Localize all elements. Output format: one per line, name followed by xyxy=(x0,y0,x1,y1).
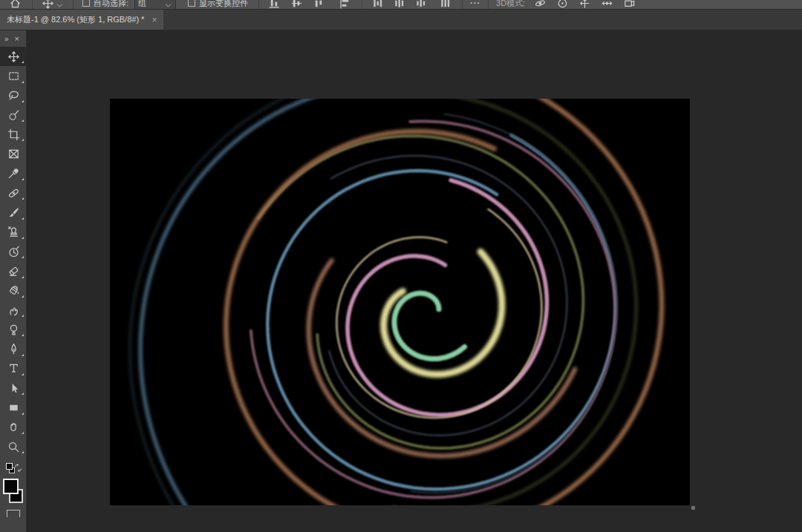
move-icon xyxy=(7,50,20,63)
main-area: » × xyxy=(0,30,802,532)
distribute-horizontal-icon[interactable] xyxy=(439,0,451,10)
tool-paint-bucket[interactable] xyxy=(0,281,27,301)
type-icon xyxy=(7,362,20,375)
auto-select-checkbox[interactable] xyxy=(82,0,90,7)
dodge-icon xyxy=(7,324,20,336)
move-tool-icon[interactable] xyxy=(42,0,54,10)
tool-rectangular-marquee[interactable] xyxy=(0,66,27,85)
spiral-artwork xyxy=(110,99,690,505)
show-transform-checkbox[interactable] xyxy=(188,0,195,7)
toolbar-color-controls xyxy=(0,462,26,517)
clone-stamp-icon xyxy=(7,226,20,238)
collapse-panel-icon[interactable]: » xyxy=(4,35,8,43)
divider xyxy=(488,0,489,10)
foreground-color-swatch[interactable] xyxy=(3,479,19,494)
rectangular-marquee-icon xyxy=(7,70,20,82)
history-brush-icon xyxy=(7,246,20,258)
show-transform-label: 显示变换控件 xyxy=(199,0,248,9)
tool-type[interactable] xyxy=(0,359,27,378)
close-panel-icon[interactable]: × xyxy=(15,34,19,43)
home-icon[interactable] xyxy=(9,0,22,10)
quick-mask-button[interactable] xyxy=(7,510,20,517)
3d-scale-icon[interactable] xyxy=(623,0,636,10)
mode-3d-label: 3D模式: xyxy=(496,0,525,9)
color-swatches xyxy=(2,479,25,505)
tab-close-icon[interactable]: × xyxy=(151,16,157,24)
chevron-down-icon[interactable] xyxy=(56,0,64,7)
default-colors-control[interactable] xyxy=(5,462,22,476)
document-tab[interactable]: 未标题-1 @ 82.6% (矩形 1, RGB/8#) * × xyxy=(0,10,163,30)
tool-zoom[interactable] xyxy=(0,437,27,456)
align-top-icon[interactable] xyxy=(313,0,325,10)
chevron-down-icon xyxy=(164,0,172,7)
3d-pan-icon[interactable] xyxy=(578,0,591,10)
eyedropper-icon xyxy=(7,167,20,180)
document-canvas[interactable] xyxy=(110,99,690,505)
tool-smudge[interactable] xyxy=(0,301,27,320)
tools-list xyxy=(0,47,26,456)
tool-rectangle-shape[interactable] xyxy=(0,398,27,417)
canvas-resize-handle[interactable] xyxy=(691,506,695,510)
divider xyxy=(73,0,74,10)
options-bar: 自动选择: 组 显示变换控件 ··· 3D模式: xyxy=(0,0,802,10)
3d-orbit-icon[interactable] xyxy=(534,0,547,10)
tool-hand[interactable] xyxy=(0,418,27,437)
distribute-right-icon[interactable] xyxy=(414,0,427,10)
auto-select-label: 自动选择: xyxy=(94,0,128,9)
swap-colors-icon[interactable] xyxy=(13,462,23,472)
tool-brush[interactable] xyxy=(0,203,27,222)
divider xyxy=(362,0,362,10)
tool-frame[interactable] xyxy=(0,144,27,163)
tool-move[interactable] xyxy=(0,47,27,66)
distribute-center-icon[interactable] xyxy=(393,0,405,10)
frame-icon xyxy=(7,148,20,160)
3d-slide-icon[interactable] xyxy=(601,0,613,10)
rectangle-shape-icon xyxy=(7,401,20,414)
divider xyxy=(462,0,463,10)
document-tab-bar: 未标题-1 @ 82.6% (矩形 1, RGB/8#) * × xyxy=(0,10,802,30)
lasso-icon xyxy=(7,89,20,102)
tool-crop[interactable] xyxy=(0,125,27,144)
auto-select-value: 组 xyxy=(138,0,146,9)
tool-lasso[interactable] xyxy=(0,86,27,105)
paint-bucket-icon xyxy=(7,284,20,297)
path-selection-icon xyxy=(7,382,20,395)
align-middle-icon[interactable] xyxy=(290,0,303,10)
workspace xyxy=(27,30,802,532)
tool-eraser[interactable] xyxy=(0,261,27,280)
3d-roll-icon[interactable] xyxy=(556,0,569,10)
default-foreground-swatch xyxy=(6,463,13,470)
divider xyxy=(32,0,33,10)
crop-icon xyxy=(7,128,20,141)
quick-selection-icon xyxy=(7,109,20,122)
tools-panel: » × xyxy=(0,30,27,532)
brush-icon xyxy=(7,206,20,219)
align-bottom-icon[interactable] xyxy=(268,0,281,10)
tool-spot-healing-brush[interactable] xyxy=(0,183,27,203)
tools-panel-header: » × xyxy=(0,30,26,47)
tool-clone-stamp[interactable] xyxy=(0,223,27,242)
auto-select-dropdown[interactable]: 组 xyxy=(134,0,176,10)
tool-pen[interactable] xyxy=(0,339,27,358)
divider xyxy=(258,0,259,10)
pen-icon xyxy=(7,343,20,355)
align-left-icon[interactable] xyxy=(339,0,351,10)
tool-path-selection[interactable] xyxy=(0,378,27,398)
spot-healing-brush-icon xyxy=(7,187,20,200)
more-options-ellipsis[interactable]: ··· xyxy=(470,0,480,7)
hand-icon xyxy=(7,421,20,433)
zoom-icon xyxy=(7,441,20,453)
smudge-icon xyxy=(7,304,20,317)
tool-eyedropper[interactable] xyxy=(0,164,27,183)
distribute-left-icon[interactable] xyxy=(371,0,384,10)
eraser-icon xyxy=(7,265,20,278)
tool-history-brush[interactable] xyxy=(0,242,27,261)
tool-dodge[interactable] xyxy=(0,320,27,339)
tool-quick-selection[interactable] xyxy=(0,105,27,125)
document-tab-title: 未标题-1 @ 82.6% (矩形 1, RGB/8#) * xyxy=(7,14,144,25)
